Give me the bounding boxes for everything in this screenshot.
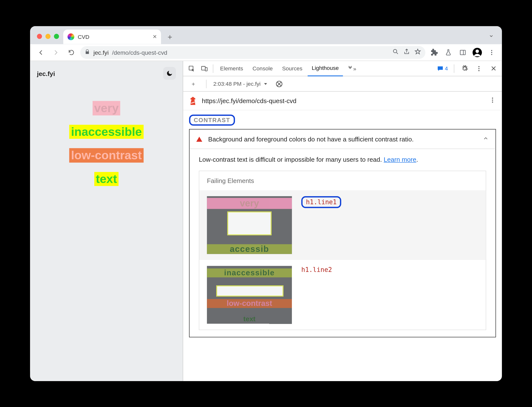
forward-button[interactable] — [50, 46, 62, 58]
demo-line-4: text — [94, 172, 119, 186]
svg-point-5 — [491, 52, 492, 53]
lighthouse-logo-icon — [189, 96, 197, 105]
device-toggle-icon[interactable] — [198, 62, 210, 74]
svg-rect-14 — [192, 99, 194, 100]
audit-description: Low-contrast text is difficult or imposs… — [199, 156, 486, 163]
settings-icon[interactable] — [458, 62, 470, 74]
minimize-window-button[interactable] — [45, 34, 51, 39]
extensions-icon[interactable] — [428, 46, 440, 58]
browser-tab-bar: CVD × ＋ — [30, 26, 502, 44]
audit-header[interactable]: Background and foreground colors do not … — [190, 129, 496, 148]
svg-point-10 — [478, 66, 479, 67]
audit-panel: Background and foreground colors do not … — [189, 129, 496, 337]
svg-point-17 — [492, 101, 493, 103]
audited-url: https://jec.fyi/demo/cds-quest-cvd — [202, 97, 296, 104]
browser-window: CVD × ＋ jec.fyi/demo/cds-quest-cvd — [30, 26, 502, 381]
browser-tab[interactable]: CVD × — [63, 29, 161, 44]
audit-desc-suffix: . — [416, 156, 418, 163]
svg-point-16 — [492, 99, 493, 101]
profile-avatar[interactable] — [471, 46, 483, 58]
new-tab-button[interactable]: ＋ — [164, 30, 176, 43]
demo-line-2: inaccessible — [69, 125, 144, 139]
content-area: jec.fyi very inaccessible low-contrast t… — [30, 61, 502, 381]
tab-lighthouse[interactable]: Lighthouse — [308, 61, 343, 76]
window-controls — [33, 34, 63, 44]
audit-body: Low-contrast text is difficult or imposs… — [190, 149, 496, 337]
close-devtools-icon[interactable] — [488, 62, 500, 74]
page-viewport: jec.fyi very inaccessible low-contrast t… — [30, 61, 183, 381]
issues-count: 4 — [445, 65, 448, 72]
tab-title: CVD — [78, 33, 89, 40]
site-header: jec.fyi — [30, 61, 183, 86]
clear-icon[interactable] — [273, 78, 285, 90]
contrast-heading: CONTRAST — [189, 114, 235, 125]
theme-toggle-button[interactable] — [163, 67, 176, 80]
failing-elements-box: Failing Elements very accessib h1.line1 — [199, 171, 486, 330]
learn-more-link[interactable]: Learn more — [384, 156, 416, 163]
inspect-element-icon[interactable] — [186, 62, 198, 74]
failing-elements-label: Failing Elements — [207, 177, 478, 184]
search-icon[interactable] — [392, 48, 399, 56]
back-button[interactable] — [34, 46, 47, 58]
lighthouse-toolbar: ＋ 2:03:48 PM - jec.fyi — [183, 76, 502, 92]
demo-line-1: very — [93, 101, 120, 115]
issues-button[interactable]: 4 — [435, 64, 450, 73]
report-timestamp: 2:03:48 PM - jec.fyi — [213, 80, 261, 87]
svg-point-15 — [492, 97, 493, 99]
svg-point-12 — [478, 70, 479, 71]
demo-text-block: very inaccessible low-contrast text — [30, 86, 183, 186]
close-window-button[interactable] — [37, 34, 42, 39]
report-menu-icon[interactable] — [489, 96, 496, 105]
side-panel-icon[interactable] — [457, 46, 469, 58]
tab-sources[interactable]: Sources — [278, 61, 307, 76]
tab-console[interactable]: Console — [248, 61, 277, 76]
share-icon[interactable] — [403, 48, 410, 56]
svg-point-4 — [491, 50, 492, 51]
devtools-panel: Elements Console Sources Lighthouse » 4 — [183, 61, 502, 381]
close-tab-icon[interactable]: × — [153, 33, 157, 40]
reload-button[interactable] — [65, 46, 78, 58]
fail-triangle-icon — [196, 136, 202, 141]
url-host: jec.fyi — [94, 49, 109, 56]
element-selector: h1.line1 — [301, 196, 341, 208]
report-dropdown[interactable]: 2:03:48 PM - jec.fyi — [213, 80, 268, 87]
site-title: jec.fyi — [37, 70, 55, 77]
element-selector: h1.line2 — [301, 266, 332, 273]
chevron-down-icon — [263, 81, 268, 86]
tab-favicon — [67, 33, 74, 40]
svg-point-6 — [491, 54, 492, 55]
audit-desc-text: Low-contrast text is difficult or imposs… — [199, 156, 384, 163]
omnibox-actions — [392, 48, 421, 56]
chrome-menu-icon[interactable] — [486, 46, 498, 58]
lighthouse-url-bar: https://jec.fyi/demo/cds-quest-cvd — [183, 92, 502, 110]
failing-element-row[interactable]: very accessib h1.line1 — [199, 190, 486, 260]
svg-point-11 — [478, 68, 479, 69]
element-thumbnail: very accessib — [207, 196, 292, 254]
devtools-tabbar: Elements Console Sources Lighthouse » 4 — [183, 61, 502, 76]
element-thumbnail: inaccessible low-contrast text — [207, 266, 292, 324]
more-tabs-icon[interactable]: » — [344, 65, 360, 72]
maximize-window-button[interactable] — [54, 34, 59, 39]
chevron-up-icon — [483, 135, 489, 143]
lock-icon — [85, 49, 90, 56]
demo-line-3: low-contrast — [69, 148, 144, 162]
section-contrast-label: CONTRAST — [183, 110, 502, 129]
svg-rect-8 — [202, 66, 205, 70]
tab-elements[interactable]: Elements — [216, 61, 247, 76]
svg-rect-9 — [205, 67, 207, 71]
address-bar: jec.fyi/demo/cds-quest-cvd — [30, 44, 502, 61]
svg-rect-1 — [460, 50, 465, 54]
svg-point-0 — [393, 49, 397, 53]
audit-title: Background and foreground colors do not … — [208, 135, 414, 143]
tabs-dropdown-icon[interactable] — [488, 33, 494, 40]
labs-icon[interactable] — [442, 46, 454, 58]
url-path: /demo/cds-quest-cvd — [112, 49, 167, 56]
failing-element-row[interactable]: inaccessible low-contrast text h1.line2 — [207, 260, 478, 330]
bookmark-icon[interactable] — [414, 48, 421, 56]
new-report-button[interactable]: ＋ — [187, 78, 199, 90]
omnibox[interactable]: jec.fyi/demo/cds-quest-cvd — [80, 46, 426, 58]
devtools-menu-icon[interactable] — [473, 62, 485, 74]
